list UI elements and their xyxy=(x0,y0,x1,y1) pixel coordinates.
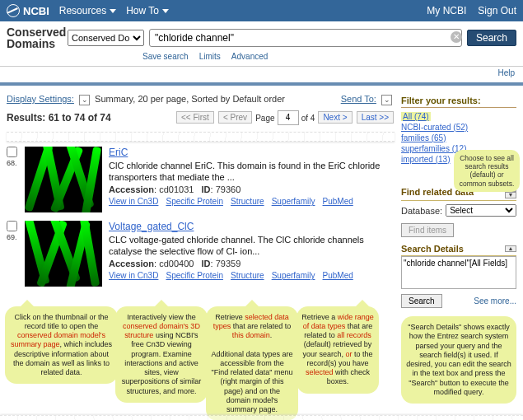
result-description: CLC voltage-gated chloride channel. The … xyxy=(109,234,395,258)
link-structure[interactable]: Structure xyxy=(231,197,264,206)
accession-value: cd00400 xyxy=(159,259,194,268)
link-superfamily[interactable]: Superfamily xyxy=(272,271,315,280)
database-select[interactable]: Conserved Do xyxy=(68,30,144,46)
tooltip-search-details: "Search Details" shows exactly how the E… xyxy=(401,316,516,404)
page-first[interactable]: << First xyxy=(176,111,214,124)
database-label: Database: xyxy=(401,206,442,216)
display-toggle[interactable]: ⌄ xyxy=(79,95,90,105)
torn-edge-bottom xyxy=(0,415,523,420)
result-index: 68. xyxy=(7,159,17,167)
limits-link[interactable]: Limits xyxy=(199,52,221,61)
result-title[interactable]: Voltage_gated_ClC xyxy=(109,221,194,232)
search-input[interactable] xyxy=(149,29,462,47)
accession-value: cd01031 xyxy=(159,184,194,194)
link-structure[interactable]: Structure xyxy=(231,271,264,280)
my-ncbi-link[interactable]: My NCBI xyxy=(427,5,466,16)
related-database-select[interactable]: Select xyxy=(446,204,516,217)
search-details-title: Search Details xyxy=(401,244,464,254)
display-summary: Summary, 20 per page, Sorted by Default … xyxy=(95,94,285,104)
link-specific-protein[interactable]: Specific Protein xyxy=(166,271,222,280)
search-details-button[interactable]: Search xyxy=(401,294,442,308)
tooltip-thumbnail: Click on the thumbnail or the record tit… xyxy=(5,306,118,385)
filter-curated[interactable]: NCBI-curated (52) xyxy=(401,123,516,132)
link-specific-protein[interactable]: Specific Protein xyxy=(166,197,222,206)
menu-howto[interactable]: How To xyxy=(126,5,169,16)
link-pubmed[interactable]: PubMed xyxy=(323,271,353,280)
advanced-link[interactable]: Advanced xyxy=(231,52,268,61)
accession-label: Accession xyxy=(109,184,154,194)
page-next[interactable]: Next > xyxy=(318,111,352,124)
tooltip-filter: Choose to see all search results (defaul… xyxy=(454,150,520,192)
tooltip-related-types: Retrieve selected data types that are re… xyxy=(206,306,298,420)
display-settings-link[interactable]: Display Settings: xyxy=(7,94,74,104)
tooltip-cn3d: Interactively view the conserved domain'… xyxy=(115,306,208,403)
accession-label: Accession xyxy=(109,259,154,268)
header-right: My NCBI Sign Out xyxy=(427,5,516,16)
help-row: Help xyxy=(0,67,523,86)
ncbi-header: NCBI Resources How To My NCBI Sign Out xyxy=(0,0,523,21)
ncbi-logo[interactable]: NCBI xyxy=(7,4,49,17)
page-of: of 4 xyxy=(301,113,315,122)
result-checkbox[interactable] xyxy=(7,221,17,231)
search-bar: Conserved Domains Conserved Do ✕ Search … xyxy=(0,21,523,67)
structure-thumbnail[interactable] xyxy=(25,221,102,287)
filter-title: Filter your results: xyxy=(401,96,516,108)
help-link[interactable]: Help xyxy=(497,68,515,77)
torn-edge xyxy=(7,132,395,142)
id-value: 79360 xyxy=(216,184,241,194)
save-search-link[interactable]: Save search xyxy=(142,52,189,61)
result-row: 69. Voltage_gated_ClC CLC voltage-gated … xyxy=(7,221,395,287)
chevron-down-icon xyxy=(162,9,169,13)
results-count: Results: 61 to 74 of 74 xyxy=(7,112,111,124)
result-description: ClC chloride channel EriC. This domain i… xyxy=(109,160,395,184)
results-panel: Display Settings: ⌄ Summary, 20 per page… xyxy=(0,86,401,410)
link-pubmed[interactable]: PubMed xyxy=(323,197,353,206)
search-sublinks: Save search Limits Advanced xyxy=(7,51,516,61)
filter-all[interactable]: All (74) xyxy=(401,112,431,121)
link-cn3d[interactable]: View in Cn3D xyxy=(109,197,158,206)
brand-text: NCBI xyxy=(23,5,49,17)
structure-thumbnail[interactable] xyxy=(25,147,102,212)
section-collapse-icon[interactable]: ▲ xyxy=(505,245,516,252)
find-items-button[interactable]: Find items xyxy=(401,223,454,237)
page-label: Page xyxy=(255,113,274,122)
search-button[interactable]: Search xyxy=(467,30,516,46)
result-title[interactable]: EriC xyxy=(109,147,128,158)
id-label: ID xyxy=(202,184,211,194)
tooltip-send-to: Retrieve a wide range of data types that… xyxy=(297,306,379,394)
page-prev[interactable]: < Prev xyxy=(218,111,252,124)
ncbi-logo-icon xyxy=(7,4,20,17)
chevron-down-icon xyxy=(110,9,116,13)
header-menu: Resources How To xyxy=(59,5,427,16)
result-row: 68. EriC ClC chloride channel EriC. This… xyxy=(7,147,395,212)
clear-icon[interactable]: ✕ xyxy=(451,31,462,43)
section-title: Conserved Domains xyxy=(7,26,64,49)
search-details-textarea[interactable]: "chloride channel"[All Fields] xyxy=(401,256,516,289)
send-to-toggle[interactable]: ⌄ xyxy=(381,95,392,105)
link-cn3d[interactable]: View in Cn3D xyxy=(109,271,158,280)
signout-link[interactable]: Sign Out xyxy=(478,5,516,16)
link-superfamily[interactable]: Superfamily xyxy=(272,197,315,206)
sidebar: Filter your results: All (74) NCBI-curat… xyxy=(401,86,523,410)
pagination: << First < Prev Page of 4 Next > Last >> xyxy=(175,110,395,125)
send-to-link[interactable]: Send To: xyxy=(341,94,376,104)
menu-resources[interactable]: Resources xyxy=(59,5,116,16)
id-label: ID xyxy=(202,259,211,268)
filter-families[interactable]: families (65) xyxy=(401,133,516,142)
id-value: 79359 xyxy=(216,259,241,268)
page-last[interactable]: Last >> xyxy=(357,111,394,124)
see-more-link[interactable]: See more... xyxy=(474,296,516,306)
page-input[interactable] xyxy=(278,110,299,125)
result-checkbox[interactable] xyxy=(7,147,17,157)
result-index: 69. xyxy=(7,233,17,241)
